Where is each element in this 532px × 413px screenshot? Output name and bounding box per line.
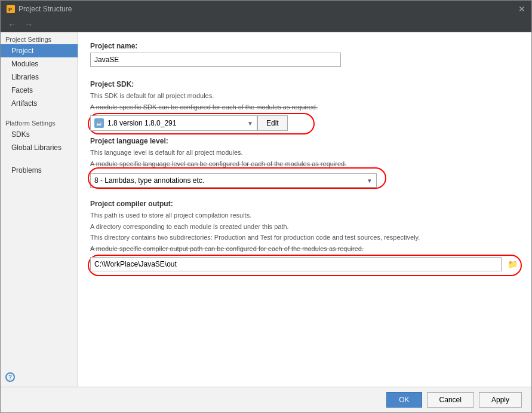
output-desc3: This directory contains two subdirectori… bbox=[90, 232, 519, 243]
help-button[interactable]: ? bbox=[1, 368, 78, 387]
project-lang-title: Project language level: bbox=[90, 137, 519, 145]
back-button[interactable]: ← bbox=[5, 19, 19, 30]
nav-bar: ← → bbox=[1, 17, 531, 32]
output-path-input[interactable] bbox=[90, 257, 502, 271]
output-desc1: This path is used to store all project c… bbox=[90, 210, 519, 221]
sidebar-item-global-libraries[interactable]: Global Libraries bbox=[1, 141, 78, 154]
sidebar-item-facets[interactable]: Facets bbox=[1, 84, 78, 97]
sdk-dropdown[interactable]: ☕ 1.8 version 1.8.0_291 ▼ bbox=[90, 115, 257, 131]
project-sdk-title: Project SDK: bbox=[90, 80, 519, 88]
svg-text:P: P bbox=[8, 7, 12, 13]
sdk-select-inner: ☕ 1.8 version 1.8.0_291 bbox=[94, 118, 176, 128]
sdk-desc1: This SDK is default for all project modu… bbox=[90, 91, 519, 101]
sidebar-item-problems[interactable]: Problems bbox=[1, 164, 78, 177]
output-title: Project compiler output: bbox=[90, 200, 519, 208]
sdk-select-wrapper: ☕ 1.8 version 1.8.0_291 ▼ Edit bbox=[90, 115, 288, 131]
output-row: 📁 bbox=[90, 257, 519, 271]
folder-browse-button[interactable]: 📁 bbox=[505, 257, 519, 271]
bottom-bar: OK Cancel Apply bbox=[1, 387, 531, 412]
app-icon: P bbox=[7, 5, 15, 13]
sdk-row: ☕ 1.8 version 1.8.0_291 ▼ Edit bbox=[90, 115, 519, 131]
sidebar-item-project[interactable]: Project bbox=[1, 44, 78, 57]
lang-dropdown-arrow: ▼ bbox=[367, 178, 373, 184]
lang-value: 8 - Lambdas, type annotations etc. bbox=[94, 176, 204, 185]
output-desc4: A module specific compiler output path c… bbox=[90, 244, 519, 254]
apply-button[interactable]: Apply bbox=[479, 392, 522, 408]
sidebar-item-artifacts[interactable]: Artifacts bbox=[1, 97, 78, 110]
sdk-desc2: A module specific SDK can be configured … bbox=[90, 102, 519, 112]
project-name-label: Project name: bbox=[90, 42, 519, 50]
project-settings-label: Project Settings bbox=[1, 32, 78, 44]
lang-dropdown[interactable]: 8 - Lambdas, type annotations etc. ▼ bbox=[90, 173, 377, 188]
platform-settings-label: Platform Settings bbox=[1, 116, 78, 128]
sidebar-item-sdks[interactable]: SDKs bbox=[1, 128, 78, 141]
sdk-java-icon: ☕ bbox=[94, 118, 104, 128]
content-area: Project Settings Project Modules Librari… bbox=[1, 32, 531, 387]
sdk-value: 1.8 version 1.8.0_291 bbox=[107, 119, 176, 127]
cancel-button[interactable]: Cancel bbox=[427, 392, 474, 408]
sdk-edit-button[interactable]: Edit bbox=[257, 115, 288, 131]
output-desc2: A directory corresponding to each module… bbox=[90, 222, 519, 232]
main-panel: Project name: Project SDK: This SDK is d… bbox=[78, 32, 531, 387]
dialog-title: Project Structure bbox=[19, 5, 72, 13]
lang-desc1: This language level is default for all p… bbox=[90, 148, 519, 158]
sidebar-item-modules[interactable]: Modules bbox=[1, 57, 78, 71]
help-icon: ? bbox=[5, 372, 15, 382]
close-button[interactable]: ✕ bbox=[518, 4, 525, 14]
sidebar: Project Settings Project Modules Librari… bbox=[1, 32, 78, 387]
sdk-dropdown-arrow: ▼ bbox=[247, 120, 253, 127]
lang-desc2: A module specific language level can be … bbox=[90, 159, 519, 169]
title-bar: P Project Structure ✕ bbox=[1, 1, 531, 17]
forward-button[interactable]: → bbox=[22, 19, 35, 30]
lang-select-wrapper: 8 - Lambdas, type annotations etc. ▼ bbox=[90, 170, 377, 195]
project-name-input[interactable] bbox=[90, 53, 341, 67]
sidebar-item-libraries[interactable]: Libraries bbox=[1, 71, 78, 84]
ok-button[interactable]: OK bbox=[386, 392, 422, 408]
